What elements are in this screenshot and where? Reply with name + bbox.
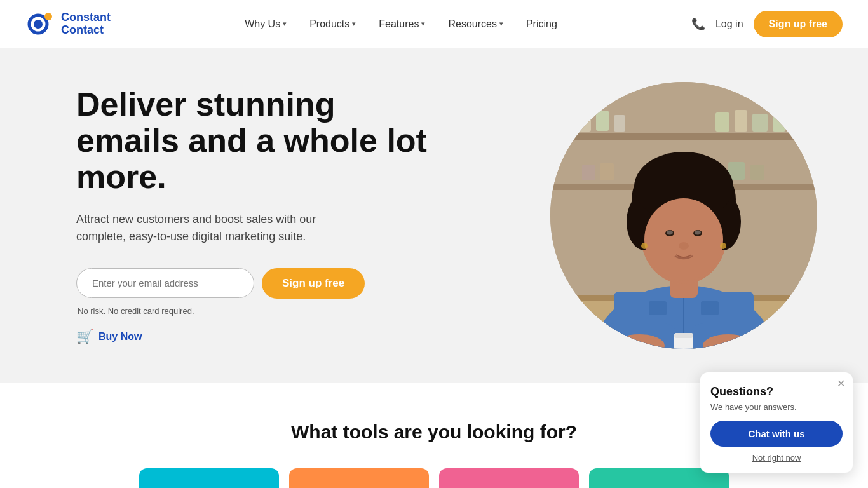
- svg-point-38: [720, 243, 726, 249]
- svg-rect-10: [715, 112, 729, 132]
- svg-rect-12: [752, 114, 768, 132]
- nav-pricing[interactable]: Pricing: [516, 13, 567, 35]
- svg-rect-44: [674, 333, 693, 338]
- hero-image: [550, 82, 817, 349]
- svg-rect-15: [600, 163, 614, 180]
- hero-title: Deliver stunning emails and a whole lot …: [76, 86, 432, 196]
- login-link[interactable]: Log in: [715, 18, 743, 30]
- svg-rect-5: [550, 133, 817, 140]
- svg-rect-14: [582, 165, 595, 180]
- hero-illustration: [550, 82, 817, 349]
- svg-point-37: [641, 243, 648, 249]
- hero-section: Deliver stunning emails and a whole lot …: [0, 48, 868, 383]
- hero-content: Deliver stunning emails and a whole lot …: [76, 86, 432, 345]
- svg-point-31: [644, 198, 723, 281]
- svg-rect-13: [773, 111, 785, 132]
- chat-widget: ✕ Questions? We have your answers. Chat …: [700, 372, 853, 473]
- svg-rect-9: [614, 115, 625, 132]
- email-input[interactable]: [76, 268, 254, 298]
- logo-text: Constant Contact: [61, 11, 111, 37]
- hero-subtitle: Attract new customers and boost sales wi…: [76, 211, 369, 245]
- phone-icon[interactable]: 📞: [691, 17, 705, 31]
- hero-circle: [550, 82, 817, 349]
- nav-features[interactable]: Features ▾: [369, 13, 435, 35]
- svg-rect-23: [649, 301, 667, 315]
- svg-point-35: [695, 231, 701, 235]
- svg-point-34: [667, 231, 673, 235]
- navbar: Constant Contact Why Us ▾ Products ▾ Fea…: [0, 0, 868, 48]
- no-risk-text: No risk. No credit card required.: [78, 306, 432, 316]
- cart-icon: 🛒: [76, 329, 93, 345]
- why-us-chevron-icon: ▾: [283, 20, 287, 28]
- nav-why-us[interactable]: Why Us ▾: [234, 13, 297, 35]
- products-chevron-icon: ▾: [352, 20, 356, 28]
- svg-point-2: [44, 13, 52, 20]
- svg-rect-8: [596, 111, 609, 131]
- svg-rect-24: [701, 301, 719, 315]
- svg-rect-7: [576, 114, 591, 132]
- chat-with-us-button[interactable]: Chat with us: [710, 421, 843, 447]
- tool-card-2[interactable]: [289, 468, 429, 488]
- signup-button-hero[interactable]: Sign up free: [262, 268, 365, 299]
- not-now-button[interactable]: Not right now: [710, 453, 843, 463]
- logo[interactable]: Constant Contact: [25, 9, 111, 39]
- svg-rect-17: [750, 165, 764, 180]
- chat-subtitle: We have your answers.: [710, 402, 843, 412]
- buy-now-link[interactable]: Buy Now: [98, 331, 142, 342]
- resources-chevron-icon: ▾: [499, 20, 503, 28]
- signup-button-nav[interactable]: Sign up free: [754, 11, 843, 37]
- tool-card-3[interactable]: [439, 468, 579, 488]
- logo-icon: [25, 9, 56, 39]
- svg-point-1: [34, 20, 43, 29]
- svg-rect-11: [735, 110, 747, 132]
- chat-close-button[interactable]: ✕: [837, 379, 845, 389]
- nav-products[interactable]: Products ▾: [299, 13, 366, 35]
- chat-title: Questions?: [710, 385, 843, 398]
- tool-card-1[interactable]: [139, 468, 279, 488]
- nav-resources[interactable]: Resources ▾: [438, 13, 513, 35]
- features-chevron-icon: ▾: [421, 20, 425, 28]
- buy-now-row: 🛒 Buy Now: [76, 329, 432, 345]
- svg-point-36: [679, 242, 689, 250]
- hero-form: Sign up free: [76, 268, 432, 299]
- nav-links: Why Us ▾ Products ▾ Features ▾ Resources…: [234, 13, 567, 35]
- nav-right: 📞 Log in Sign up free: [691, 11, 843, 37]
